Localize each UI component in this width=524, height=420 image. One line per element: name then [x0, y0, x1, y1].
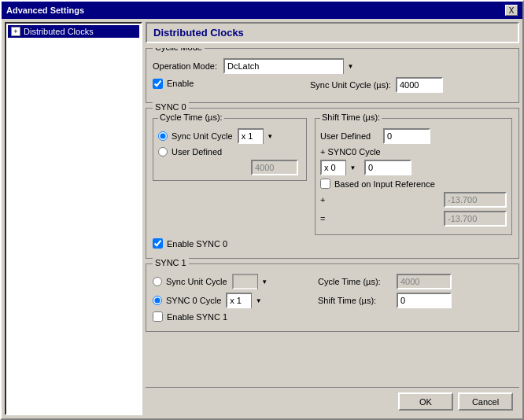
sync1-cycle-time-label: Cycle Time (µs): [318, 277, 397, 286]
ok-button[interactable]: OK [398, 392, 453, 411]
sync1-group: SYNC 1 Sync Unit Cycle [146, 263, 519, 332]
enable-sync-unit-row: Enable Sync Unit Cycle (µs): [153, 77, 512, 93]
user-defined-radio[interactable] [158, 147, 168, 157]
based-on-input-checkbox[interactable] [320, 179, 330, 189]
sync1-unit-cycle-label: Sync Unit Cycle [166, 277, 227, 286]
sync-unit-cycle-label: Sync Unit Cycle (µs): [310, 80, 391, 90]
sync0-shift-time-col: Shift Time (µs): User Defined + SYNC0 Cy… [315, 118, 512, 238]
sync0-label: SYNC 0 [153, 102, 189, 112]
sync1-sync0-cycle-radio[interactable] [153, 296, 162, 305]
operation-mode-select[interactable]: DcLatch [223, 58, 357, 74]
operation-mode-select-wrapper: DcLatch ▼ [223, 58, 357, 74]
user-defined-shift-row: User Defined [320, 128, 507, 144]
sync1-unit-cycle-row: Sync Unit Cycle ▼ [153, 274, 310, 289]
tree-item-distributed-clocks[interactable]: + Distributed Clocks [8, 25, 139, 38]
sync-unit-cycle-radio[interactable] [158, 131, 168, 141]
sync1-cycle-time-row: Cycle Time (µs): [318, 274, 512, 289]
plus-row: + [320, 192, 507, 208]
sync1-unit-multiplier-select[interactable] [232, 274, 271, 289]
panel-header-title: Distributed Clocks [153, 27, 244, 39]
sync1-label: SYNC 1 [153, 258, 189, 267]
based-on-input-label: Based on Input Reference [334, 179, 435, 189]
enable-sync0-row: Enable SYNC 0 [153, 238, 512, 249]
enable-sync0-checkbox[interactable] [153, 238, 163, 249]
dialog-body: + Distributed Clocks Distributed Clocks … [2, 19, 522, 418]
enable-label: Enable [167, 79, 194, 88]
sync0-multiplier-wrapper: x 0 x 1 x 2 ▼ [320, 160, 360, 175]
sync-unit-cycle-radio-label: Sync Unit Cycle [172, 131, 233, 141]
sync0-value-input[interactable] [364, 160, 411, 175]
sync1-sync0-cycle-row: SYNC 0 Cycle x 1 x 2 ▼ [153, 293, 310, 308]
user-defined-radio-label: User Defined [172, 147, 222, 157]
sync-unit-cycle-input[interactable] [396, 77, 443, 93]
close-button[interactable]: X [505, 5, 518, 16]
sync1-shift-time-input[interactable] [397, 293, 452, 308]
plus-sign: + [320, 195, 325, 204]
sync1-sync0-multiplier-select[interactable]: x 1 x 2 [226, 293, 265, 308]
plus-value-input[interactable] [444, 192, 507, 208]
sync-unit-cycle-radio-row: Sync Unit Cycle x 1 x 2 x 4 ▼ [158, 128, 301, 144]
cancel-button[interactable]: Cancel [458, 392, 513, 411]
tree-expand-icon[interactable]: + [11, 27, 20, 36]
enable-sync1-label: Enable SYNC 1 [167, 312, 227, 322]
cycle-time-label: Cycle Time (µs): [158, 112, 224, 122]
sync0-cycle-header: + SYNC0 Cycle [320, 147, 507, 157]
tree-item-label: Distributed Clocks [24, 27, 94, 36]
sync1-unit-multiplier-wrapper: ▼ [232, 274, 271, 289]
shift-time-label: Shift Time (µs): [320, 112, 382, 122]
sync1-shift-time-row: Shift Time (µs): [318, 293, 512, 308]
equals-row: = [320, 211, 507, 227]
based-on-input-row: Based on Input Reference [320, 179, 507, 189]
sync1-inner: Sync Unit Cycle ▼ SYNC 0 [153, 274, 512, 325]
sync0-multiplier-select[interactable]: x 0 x 1 x 2 [320, 160, 360, 175]
cycle-time-group: Cycle Time (µs): Sync Unit Cycle x 1 x 2 [153, 118, 307, 181]
dialog-footer: OK Cancel [146, 387, 519, 415]
user-defined-shift-input[interactable] [383, 128, 430, 144]
user-defined-cycle-input[interactable] [251, 160, 298, 175]
equals-value-input[interactable] [444, 211, 507, 227]
content-area: Cyclic Mode Operation Mode: DcLatch ▼ [146, 48, 519, 387]
sync1-sync0-multiplier-wrapper: x 1 x 2 ▼ [226, 293, 265, 308]
enable-sync1-checkbox[interactable] [153, 311, 163, 322]
sync0-cycle-time-col: Cycle Time (µs): Sync Unit Cycle x 1 x 2 [153, 118, 310, 238]
advanced-settings-dialog: Advanced Settings X + Distributed Clocks… [0, 0, 524, 420]
enable-checkbox[interactable] [153, 79, 163, 89]
enable-checkbox-row: Enable [153, 79, 247, 89]
equals-sign: = [320, 214, 325, 223]
user-defined-shift-label: User Defined [320, 131, 383, 141]
sync0-group: SYNC 0 Cycle Time (µs): Sync Unit Cycle [146, 108, 519, 259]
right-panel: Distributed Clocks Cyclic Mode Operation… [146, 22, 519, 415]
enable-sync0-label: Enable SYNC 0 [167, 239, 227, 249]
sync1-left-col: Sync Unit Cycle ▼ SYNC 0 [153, 274, 310, 325]
shift-time-group: Shift Time (µs): User Defined + SYNC0 Cy… [315, 118, 512, 235]
enable-sync1-row: Enable SYNC 1 [153, 311, 310, 322]
operation-mode-row: Operation Mode: DcLatch ▼ [153, 58, 512, 74]
sync1-sync0-cycle-label: SYNC 0 Cycle [166, 296, 221, 305]
sync0-multiplier-row: x 0 x 1 x 2 ▼ [320, 160, 507, 175]
sync1-right-col: Cycle Time (µs): Shift Time (µs): [318, 274, 512, 325]
sync-unit-multiplier-select[interactable]: x 1 x 2 x 4 [238, 128, 277, 144]
user-defined-radio-row: User Defined [158, 147, 301, 157]
sync1-unit-cycle-radio[interactable] [153, 277, 162, 286]
operation-mode-label: Operation Mode: [153, 61, 223, 71]
dialog-title: Advanced Settings [6, 6, 84, 15]
sync0-inner: Cycle Time (µs): Sync Unit Cycle x 1 x 2 [153, 118, 512, 238]
panel-header: Distributed Clocks [146, 22, 519, 43]
left-panel: + Distributed Clocks [5, 22, 142, 415]
cyclic-mode-label: Cyclic Mode [153, 48, 205, 52]
sync-unit-multiplier-wrapper: x 1 x 2 x 4 ▼ [238, 128, 277, 144]
cyclic-mode-group: Cyclic Mode Operation Mode: DcLatch ▼ [146, 48, 519, 103]
sync1-cycle-time-input[interactable] [397, 274, 452, 289]
title-bar: Advanced Settings X [2, 2, 522, 19]
sync1-shift-time-label: Shift Time (µs): [318, 296, 397, 305]
